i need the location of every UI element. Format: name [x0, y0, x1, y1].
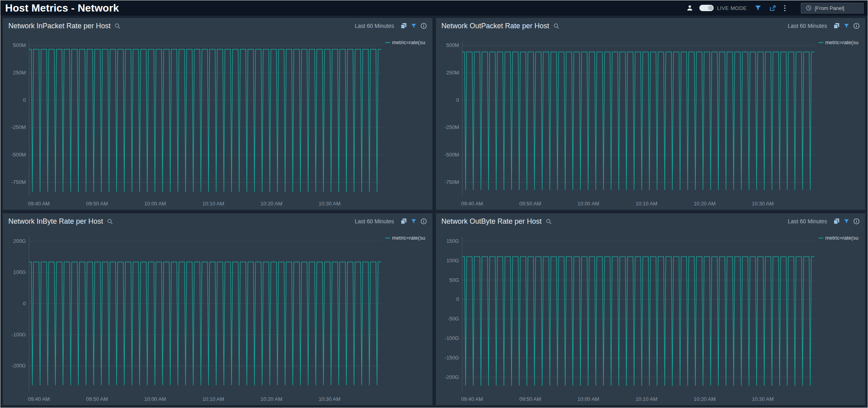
svg-text:09:40 AM: 09:40 AM	[461, 201, 483, 207]
panel-actions: Last 60 Minutes	[355, 23, 427, 29]
zoom-icon[interactable]	[546, 219, 552, 224]
share-icon[interactable]	[769, 5, 776, 12]
panel-time-range: Last 60 Minutes	[788, 23, 827, 29]
svg-text:-250M: -250M	[444, 124, 459, 130]
filter-icon[interactable]	[755, 5, 761, 11]
info-icon[interactable]	[420, 23, 427, 29]
panel-header: Network OutByte Rate per Host Last 60 Mi…	[436, 213, 866, 229]
zoom-icon[interactable]	[115, 23, 121, 29]
user-icon[interactable]	[687, 5, 693, 11]
time-range-selector[interactable]: [From Panel]	[801, 3, 864, 14]
svg-text:0: 0	[23, 97, 26, 103]
chart-network-inpacket[interactable]: 500M250M0-250M-500M-750M09:40 AM09:50 AM…	[3, 34, 432, 210]
live-mode-toggle[interactable]	[699, 5, 714, 11]
panel-title: Network InByte Rate per Host	[8, 217, 103, 226]
panel-title: Network InPacket Rate per Host	[8, 22, 111, 30]
panel-network-outpacket: Network OutPacket Rate per Host Last 60 …	[436, 18, 866, 210]
info-icon[interactable]	[853, 218, 860, 224]
svg-text:09:40 AM: 09:40 AM	[461, 396, 483, 402]
svg-text:0: 0	[23, 301, 26, 306]
svg-text:0: 0	[456, 97, 459, 103]
svg-text:-100G: -100G	[12, 332, 26, 338]
svg-text:-50G: -50G	[448, 316, 459, 322]
info-icon[interactable]	[853, 23, 860, 29]
panel-time-range: Last 60 Minutes	[788, 218, 827, 224]
svg-text:10:10 AM: 10:10 AM	[202, 201, 224, 207]
svg-text:10:00 AM: 10:00 AM	[577, 396, 599, 402]
zoom-icon[interactable]	[553, 23, 559, 29]
svg-text:10:00 AM: 10:00 AM	[144, 201, 166, 207]
time-range-selector-label: [From Panel]	[815, 5, 844, 11]
zoom-icon[interactable]	[107, 219, 113, 224]
svg-text:250M: 250M	[446, 70, 459, 76]
svg-text:-750M: -750M	[444, 179, 459, 185]
panel-header: Network InPacket Rate per Host Last 60 M…	[3, 18, 432, 34]
svg-text:09:50 AM: 09:50 AM	[519, 396, 541, 402]
svg-text:-200G: -200G	[444, 374, 459, 380]
live-mode-label: LIVE MODE	[717, 5, 747, 11]
panel-filter-icon[interactable]	[844, 219, 849, 224]
svg-text:10:00 AM: 10:00 AM	[144, 396, 166, 402]
svg-text:-500M: -500M	[444, 152, 459, 158]
svg-text:10:20 AM: 10:20 AM	[693, 201, 715, 207]
toggle-knob-icon	[708, 6, 713, 10]
svg-text:10:30 AM: 10:30 AM	[319, 201, 341, 207]
svg-text:metric=rate(su: metric=rate(su	[825, 39, 858, 45]
dashboard-page: Host Metrics - Network LIVE MODE [From P…	[0, 0, 868, 408]
clock-icon	[806, 5, 812, 11]
svg-text:-750M: -750M	[11, 179, 26, 185]
svg-text:metric=rate(su: metric=rate(su	[392, 235, 425, 241]
panel-filter-icon[interactable]	[844, 23, 849, 29]
svg-text:metric=rate(su: metric=rate(su	[392, 39, 425, 45]
panel-filter-icon[interactable]	[411, 219, 416, 224]
panel-actions: Last 60 Minutes	[788, 218, 860, 224]
svg-text:-200G: -200G	[12, 363, 26, 369]
svg-text:10:10 AM: 10:10 AM	[635, 396, 657, 402]
chart-network-outbyte[interactable]: 150G100G50G0-50G-100G-150G-200G09:40 AM0…	[436, 229, 866, 405]
copy-panel-icon[interactable]	[401, 23, 407, 29]
svg-text:50G: 50G	[449, 277, 459, 283]
svg-text:100G: 100G	[13, 269, 26, 275]
panel-header: Network InByte Rate per Host Last 60 Min…	[3, 213, 432, 229]
svg-text:10:30 AM: 10:30 AM	[751, 396, 773, 402]
svg-text:09:50 AM: 09:50 AM	[86, 201, 108, 207]
chart-network-outpacket[interactable]: 500M250M0-250M-500M-750M09:40 AM09:50 AM…	[436, 34, 866, 210]
svg-text:10:20 AM: 10:20 AM	[693, 396, 715, 402]
topbar: Host Metrics - Network LIVE MODE [From P…	[0, 0, 868, 16]
svg-text:metric=rate(su: metric=rate(su	[825, 235, 858, 241]
svg-text:200G: 200G	[13, 238, 26, 244]
panel-network-outbyte: Network OutByte Rate per Host Last 60 Mi…	[436, 213, 866, 405]
svg-text:09:40 AM: 09:40 AM	[28, 396, 50, 402]
svg-text:-250M: -250M	[11, 124, 26, 130]
svg-text:09:50 AM: 09:50 AM	[86, 396, 108, 402]
svg-text:150G: 150G	[446, 238, 459, 244]
svg-text:500M: 500M	[446, 42, 459, 48]
svg-text:10:20 AM: 10:20 AM	[261, 396, 282, 402]
svg-text:-150G: -150G	[444, 355, 459, 361]
svg-text:500M: 500M	[13, 42, 25, 48]
panel-network-inpacket: Network InPacket Rate per Host Last 60 M…	[3, 18, 432, 210]
svg-text:0: 0	[456, 296, 459, 302]
copy-panel-icon[interactable]	[833, 23, 840, 29]
svg-text:10:30 AM: 10:30 AM	[751, 201, 773, 207]
topbar-actions: LIVE MODE [From Panel]	[679, 3, 864, 14]
dashboard-title: Host Metrics - Network	[5, 2, 119, 14]
panel-actions: Last 60 Minutes	[355, 218, 427, 224]
panel-actions: Last 60 Minutes	[788, 23, 860, 29]
panel-grid: Network InPacket Rate per Host Last 60 M…	[0, 16, 868, 408]
svg-text:09:40 AM: 09:40 AM	[28, 201, 50, 207]
panel-filter-icon[interactable]	[411, 23, 416, 29]
panel-time-range: Last 60 Minutes	[355, 218, 394, 224]
svg-text:10:30 AM: 10:30 AM	[319, 396, 341, 402]
svg-text:10:20 AM: 10:20 AM	[261, 201, 282, 207]
panel-network-inbyte: Network InByte Rate per Host Last 60 Min…	[3, 213, 432, 405]
chart-network-inbyte[interactable]: 200G100G0-100G-200G09:40 AM09:50 AM10:00…	[3, 229, 432, 405]
svg-text:10:10 AM: 10:10 AM	[635, 201, 657, 207]
kebab-menu-icon[interactable]	[784, 5, 786, 12]
copy-panel-icon[interactable]	[401, 218, 407, 224]
svg-text:10:10 AM: 10:10 AM	[202, 396, 224, 402]
copy-panel-icon[interactable]	[833, 218, 840, 224]
svg-text:10:00 AM: 10:00 AM	[577, 201, 599, 207]
panel-header: Network OutPacket Rate per Host Last 60 …	[436, 18, 866, 34]
info-icon[interactable]	[420, 218, 427, 224]
